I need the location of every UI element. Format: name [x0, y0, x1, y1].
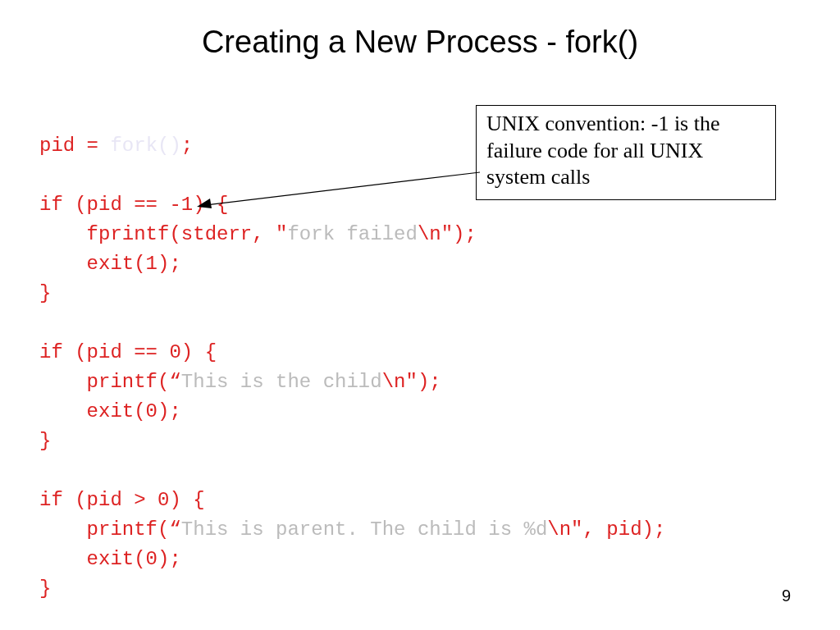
code-line-9: } — [39, 430, 51, 452]
code-line-3c: \n"); — [418, 223, 477, 245]
arrow-icon — [197, 172, 484, 221]
code-line-5: } — [39, 282, 51, 304]
code-line-3b: fork failed — [287, 223, 417, 245]
code-line-7c: \n"); — [382, 371, 441, 393]
callout-box: UNIX convention: -1 is the failure code … — [476, 105, 776, 200]
code-line-11b: This is parent. The child is %d — [181, 518, 547, 541]
code-line-3a: fprintf(stderr, " — [39, 223, 287, 245]
slide: Creating a New Process - fork() pid = fo… — [0, 0, 840, 630]
code-line-13: } — [39, 578, 51, 600]
svg-marker-1 — [197, 199, 212, 208]
code-line-1c: ; — [181, 135, 193, 157]
code-line-1a: pid = — [39, 135, 110, 157]
code-line-11a: printf(“ — [39, 518, 181, 541]
code-line-8: exit(0); — [39, 400, 181, 422]
slide-title: Creating a New Process - fork() — [0, 25, 840, 60]
code-line-11c: \n", pid); — [547, 518, 665, 541]
code-line-12: exit(0); — [39, 548, 181, 570]
svg-line-0 — [205, 172, 480, 205]
code-line-6: if (pid == 0) { — [39, 341, 217, 363]
code-line-1b: fork() — [110, 135, 180, 157]
code-line-7b: This is the child — [181, 371, 382, 393]
code-line-10: if (pid > 0) { — [39, 489, 205, 511]
code-line-4: exit(1); — [39, 253, 181, 275]
code-line-7a: printf(“ — [39, 371, 181, 393]
page-number: 9 — [782, 587, 791, 605]
